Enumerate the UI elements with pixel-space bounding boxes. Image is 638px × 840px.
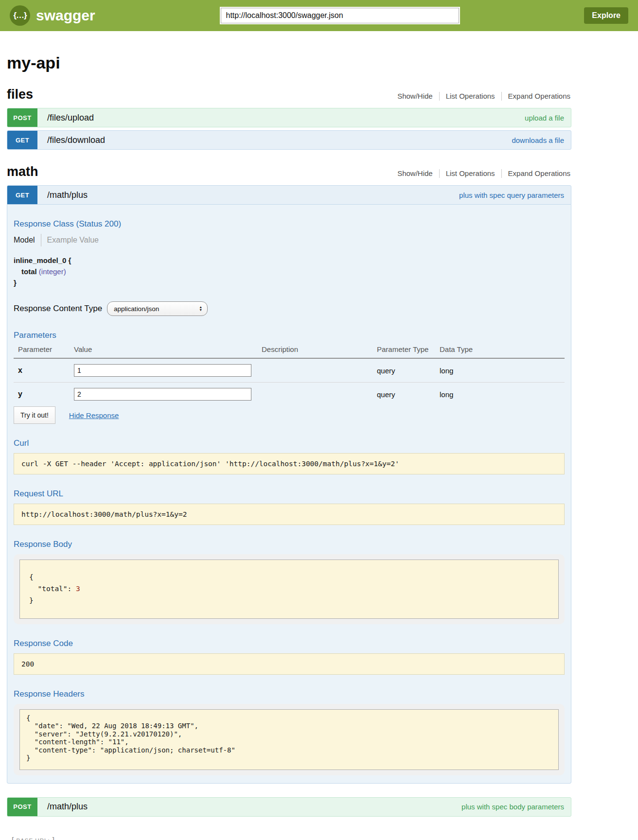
list-operations-link[interactable]: List Operations (440, 169, 501, 177)
endpoint-summary-link[interactable]: plus with spec body parameters (461, 798, 571, 816)
response-code-value: 200 (14, 653, 565, 675)
model-property-type: (integer) (39, 267, 66, 276)
request-url-heading: Request URL (14, 489, 565, 499)
method-badge-post: POST (7, 108, 37, 127)
tab-example-value[interactable]: Example Value (47, 236, 99, 245)
bracket: [ (12, 836, 14, 840)
endpoint-post-files-upload[interactable]: POST /files/upload upload a file (7, 108, 571, 127)
param-name: x (18, 366, 22, 374)
param-type: query (377, 390, 395, 399)
model-property-name: total (21, 267, 37, 276)
parameters-table: Parameter Value Description Parameter Ty… (14, 343, 565, 402)
section-math-controls: Show/Hide List Operations Expand Operati… (391, 169, 571, 178)
response-content-type-select[interactable]: application/json ▲▼ (107, 301, 208, 316)
select-arrows-icon: ▲▼ (199, 306, 202, 312)
endpoint-path-link[interactable]: /files/download (37, 131, 105, 149)
parameters-heading: Parameters (14, 331, 565, 340)
endpoint-get-files-download[interactable]: GET /files/download downloads a file (7, 130, 571, 150)
section-files-title[interactable]: files (7, 87, 33, 102)
model-declaration: inline_model_0 { (14, 256, 565, 264)
model-tabs: Model Example Value (14, 234, 565, 246)
model-property: total (integer) (14, 267, 565, 276)
param-data-type: long (440, 390, 453, 399)
param-x-value-input[interactable] (74, 364, 251, 377)
section-files-header: files Show/Hide List Operations Expand O… (7, 87, 571, 102)
table-header-row: Parameter Value Description Parameter Ty… (14, 343, 565, 358)
json-text: } (29, 596, 34, 604)
json-number: 3 (76, 585, 80, 593)
response-body-json: { "total": 3 } (19, 560, 559, 619)
response-headers-block: { "date": "Wed, 22 Aug 2018 18:49:13 GMT… (14, 704, 565, 775)
curl-heading: Curl (14, 438, 565, 448)
model-signature: inline_model_0 { total (integer) } (14, 256, 565, 287)
tab-model[interactable]: Model (14, 236, 35, 245)
method-badge-get: GET (7, 131, 37, 149)
method-badge-get: GET (7, 186, 37, 204)
swagger-logo-icon: {…} (10, 5, 30, 26)
endpoint-get-math-plus[interactable]: GET /math/plus plus with spec query para… (7, 185, 571, 205)
table-row: y query long (14, 383, 565, 403)
column-header-parameter: Parameter (14, 343, 74, 358)
response-content-type-row: Response Content Type application/json ▲… (14, 301, 565, 316)
response-headers-json: { "date": "Wed, 22 Aug 2018 18:49:13 GMT… (19, 709, 559, 770)
content: my-api files Show/Hide List Operations E… (7, 31, 571, 840)
base-url-footer: [ BASE URL: ] (12, 836, 571, 840)
swagger-brand-link[interactable]: {…} swagger (10, 5, 95, 26)
operation-panel: Response Class (Status 200) Model Exampl… (7, 205, 571, 784)
api-title: my-api (7, 53, 571, 72)
divider (41, 234, 41, 246)
try-it-out-button[interactable]: Try it out! (14, 406, 55, 424)
column-header-data-type: Data Type (440, 343, 565, 358)
endpoint-path-link[interactable]: /math/plus (37, 186, 88, 204)
show-hide-link[interactable]: Show/Hide (391, 169, 439, 177)
param-y-value-input[interactable] (74, 388, 251, 401)
response-class-heading: Response Class (Status 200) (14, 219, 565, 229)
endpoint-path-link[interactable]: /math/plus (37, 798, 88, 816)
try-row: Try it out! Hide Response (14, 406, 565, 424)
bracket: ] (53, 836, 54, 840)
spec-url-input[interactable] (221, 8, 459, 23)
response-body-heading: Response Body (14, 540, 565, 549)
explore-button[interactable]: Explore (584, 7, 628, 24)
response-body-block: { "total": 3 } (14, 554, 565, 624)
model-close-brace: } (14, 279, 565, 287)
expand-operations-link[interactable]: Expand Operations (502, 169, 571, 177)
endpoint-post-math-plus[interactable]: POST /math/plus plus with spec body para… (7, 797, 571, 817)
list-operations-link[interactable]: List Operations (440, 92, 501, 100)
method-badge-post: POST (7, 798, 37, 816)
response-code-heading: Response Code (14, 639, 565, 648)
json-text: { "total": (29, 573, 76, 593)
param-name: y (18, 390, 22, 398)
section-files-controls: Show/Hide List Operations Expand Operati… (391, 92, 571, 101)
brand-name: swagger (36, 7, 95, 24)
response-content-type-label: Response Content Type (14, 304, 102, 314)
hide-response-link[interactable]: Hide Response (69, 411, 119, 420)
endpoint-path-link[interactable]: /files/upload (37, 108, 94, 127)
endpoint-summary-link[interactable]: upload a file (525, 108, 571, 127)
endpoint-summary-link[interactable]: plus with spec query parameters (459, 186, 571, 204)
section-math-header: math Show/Hide List Operations Expand Op… (7, 164, 571, 179)
column-header-parameter-type: Parameter Type (377, 343, 440, 358)
show-hide-link[interactable]: Show/Hide (391, 92, 439, 100)
param-data-type: long (440, 367, 453, 375)
column-header-value: Value (74, 343, 262, 358)
column-header-description: Description (262, 343, 377, 358)
endpoint-summary-link[interactable]: downloads a file (512, 131, 571, 149)
table-row: x query long (14, 358, 565, 383)
request-url-value: http://localhost:3000/math/plus?x=1&y=2 (14, 504, 565, 525)
response-headers-heading: Response Headers (14, 689, 565, 699)
topbar: {…} swagger Explore (0, 0, 638, 31)
param-type: query (377, 367, 395, 375)
curl-command: curl -X GET --header 'Accept: applicatio… (14, 453, 565, 474)
selected-content-type: application/json (114, 305, 159, 313)
section-math-title[interactable]: math (7, 164, 38, 179)
expand-operations-link[interactable]: Expand Operations (502, 92, 571, 100)
base-url-label: BASE URL: (16, 838, 50, 840)
